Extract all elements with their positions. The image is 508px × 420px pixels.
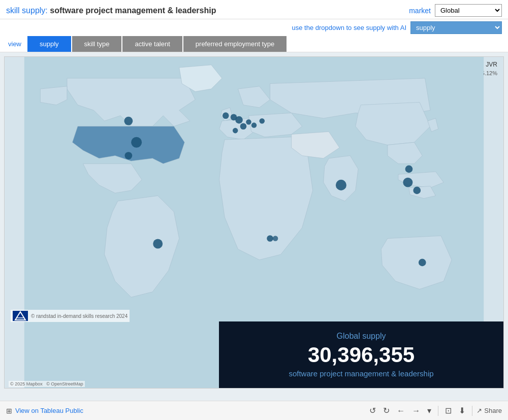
tab-supply[interactable]: supply (27, 36, 71, 52)
market-label: market (409, 7, 431, 15)
randstad-logo-icon (13, 311, 28, 321)
svg-point-2 (131, 137, 142, 148)
map-wrapper: JVR 0.66% 5.12% (4, 56, 504, 389)
toolbar: ⊞ View on Tableau Public ↺ ↻ ← → ▾ ⊡ ⬇ ↗… (0, 401, 508, 420)
map-attribution: © randstad in-demand skills research 202… (11, 310, 130, 322)
toolbar-divider (438, 406, 438, 416)
dropdown-arrow-button[interactable]: ▾ (425, 404, 434, 417)
svg-point-17 (419, 259, 426, 267)
share-label: Share (484, 407, 502, 414)
svg-point-19 (273, 236, 278, 241)
title-brand: skill supply: (6, 6, 48, 15)
tab-skill-type[interactable]: skill type (72, 36, 122, 52)
share-button[interactable]: ↗ Share (477, 407, 502, 414)
randstad-attribution: © randstad in-demand skills research 202… (31, 313, 128, 319)
monitor-button[interactable]: ⊡ (442, 404, 454, 417)
header: skill supply: software project managemen… (0, 0, 508, 19)
market-select[interactable]: Global North America Europe Asia Pacific (435, 4, 502, 17)
mapbox-attribution: © 2025 Mapbox © OpenStreetMap (9, 381, 85, 387)
redo-button[interactable]: ↻ (380, 404, 392, 417)
supply-skill: software project management & leadership (234, 369, 488, 378)
page-title: skill supply: software project managemen… (6, 6, 216, 15)
svg-point-1 (124, 117, 133, 125)
undo-button[interactable]: ↺ (367, 404, 378, 417)
info-box: Global supply 30,396,355 software projec… (219, 321, 503, 388)
forward-button[interactable]: → (409, 405, 423, 417)
global-supply-label: Global supply (234, 332, 488, 341)
download-button[interactable]: ⬇ (456, 404, 468, 417)
dropdown-hint: use the dropdown to see supply with AI (292, 24, 406, 31)
content-area: JVR 0.66% 5.12% (0, 52, 508, 401)
svg-point-16 (413, 187, 421, 195)
view-on-tableau-link[interactable]: View on Tableau Public (15, 407, 83, 414)
svg-point-15 (403, 178, 412, 187)
tab-preferred-employment[interactable]: preferred employment type (183, 36, 287, 52)
supply-number: 30,396,355 (234, 343, 488, 367)
svg-point-4 (153, 239, 163, 249)
svg-point-7 (235, 116, 243, 124)
svg-point-10 (246, 119, 251, 125)
tableau-icon: ⊞ (6, 407, 12, 415)
svg-point-18 (267, 235, 273, 242)
svg-point-9 (233, 128, 238, 134)
title-rest: software project management & leadership (50, 6, 216, 15)
back-button[interactable]: ← (394, 405, 407, 417)
main-container: skill supply: software project managemen… (0, 0, 508, 420)
tab-bar: view supply skill type active talent pre… (0, 36, 508, 52)
toolbar-divider-2 (472, 406, 472, 416)
share-icon: ↗ (477, 407, 482, 414)
dropdown-row: use the dropdown to see supply with AI s… (0, 19, 508, 36)
svg-point-5 (223, 112, 229, 119)
supply-dropdown[interactable]: supply supply with AI (410, 21, 502, 34)
svg-point-3 (125, 152, 133, 159)
tab-active-talent[interactable]: active talent (122, 36, 182, 52)
svg-point-8 (240, 123, 247, 130)
svg-point-14 (405, 165, 413, 173)
toolbar-left: ⊞ View on Tableau Public (6, 407, 83, 415)
svg-point-13 (336, 180, 346, 190)
svg-point-12 (260, 118, 265, 124)
view-label: view (6, 36, 23, 52)
toolbar-right: ↺ ↻ ← → ▾ ⊡ ⬇ ↗ Share (367, 404, 502, 417)
market-section: market Global North America Europe Asia … (409, 4, 502, 17)
svg-point-11 (251, 122, 257, 128)
